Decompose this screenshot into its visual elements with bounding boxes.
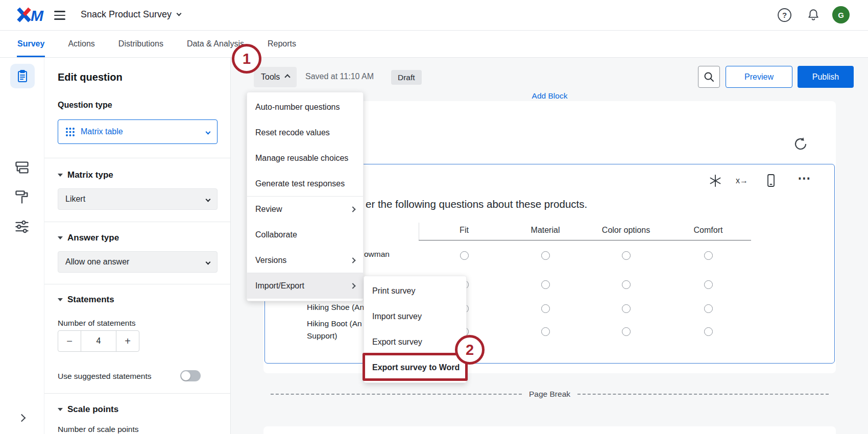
question-timing-icon[interactable] [793, 136, 808, 152]
radio-option[interactable] [704, 304, 713, 313]
tools-button[interactable]: Tools [254, 67, 297, 87]
question-text[interactable]: er the following questions about these p… [366, 198, 587, 210]
menu-item-reset-recode[interactable]: Reset recode values [247, 120, 363, 146]
answer-type-section-header[interactable]: Answer type [58, 233, 119, 243]
qualtrics-survey-builder: M Snack Product Survey ? G Survey Action… [0, 0, 868, 434]
annotation-step-2: 2 [455, 335, 485, 365]
annotation-step-1: 1 [232, 44, 261, 74]
radio-option[interactable] [704, 251, 713, 260]
collapse-triangle-icon [58, 174, 63, 177]
matrix-row-label[interactable]: Hiking Boot (An [307, 319, 362, 328]
increment-button[interactable]: + [116, 331, 139, 351]
survey-title: Snack Product Survey [81, 9, 172, 20]
matrix-column-header: Comfort [694, 226, 723, 235]
tab-distributions[interactable]: Distributions [118, 31, 164, 57]
edit-question-panel: Edit question Question type Matrix table… [44, 58, 231, 434]
menu-item-label: Import/Export [255, 281, 304, 291]
carry-forward-icon[interactable]: x→ [736, 176, 748, 185]
publish-button[interactable]: Publish [798, 66, 854, 88]
matrix-type-section-header[interactable]: Matrix type [58, 170, 113, 180]
menu-item-label: Review [255, 205, 282, 214]
suggested-statements-toggle[interactable] [180, 370, 201, 381]
menu-item-import-survey[interactable]: Import survey [364, 304, 466, 329]
hamburger-menu-icon[interactable] [54, 11, 65, 20]
more-options-icon[interactable]: ⋯ [798, 171, 811, 186]
radio-option[interactable] [541, 251, 550, 260]
collapse-triangle-icon [58, 298, 63, 301]
survey-options-icon[interactable] [14, 219, 30, 234]
avatar[interactable]: G [832, 6, 850, 23]
matrix-row-label[interactable]: Support) [307, 331, 337, 341]
panel-title: Edit question [58, 71, 123, 83]
table-column-divider [419, 223, 419, 240]
survey-flow-icon[interactable] [14, 160, 30, 175]
menu-item-label: Versions [255, 256, 286, 265]
chevron-up-icon [285, 74, 291, 80]
top-bar: M Snack Product Survey ? G [0, 0, 868, 31]
statements-label: Statements [67, 295, 114, 305]
matrix-row-label[interactable]: Hiking Shoe (An [307, 303, 364, 312]
answer-type-select[interactable]: Allow one answer [58, 251, 218, 273]
annotation-highlight-box [363, 353, 468, 381]
matrix-table-icon [65, 127, 75, 137]
menu-item-review[interactable]: Review [247, 197, 363, 222]
decrement-button[interactable]: − [58, 331, 81, 351]
search-icon [704, 71, 715, 83]
matrix-row-label[interactable]: owman [364, 250, 390, 259]
radio-option[interactable] [622, 251, 631, 260]
radio-option[interactable] [541, 280, 550, 289]
matrix-type-value: Likert [65, 195, 85, 204]
scale-points-section-header[interactable]: Scale points [58, 404, 118, 415]
matrix-type-select[interactable]: Likert [58, 188, 218, 210]
builder-tab-active[interactable] [10, 64, 35, 88]
matrix-column-header: Fit [460, 226, 469, 235]
menu-item-export-survey[interactable]: Export survey [364, 329, 466, 355]
radio-option[interactable] [460, 251, 469, 260]
draft-badge: Draft [391, 70, 422, 85]
matrix-column-header: Material [531, 226, 560, 235]
matrix-column-header: Color options [602, 226, 650, 235]
menu-item-reusable-choices[interactable]: Manage reusable choices [247, 146, 363, 171]
menu-item-auto-number[interactable]: Auto-number questions [247, 94, 363, 120]
tab-actions[interactable]: Actions [67, 31, 95, 57]
radio-option[interactable] [622, 280, 631, 289]
tools-menu: Auto-number questions Reset recode value… [247, 92, 364, 301]
radio-option[interactable] [541, 304, 550, 313]
radio-option[interactable] [622, 327, 631, 336]
svg-text:M: M [31, 7, 44, 24]
radio-option[interactable] [704, 280, 713, 289]
menu-item-collaborate[interactable]: Collaborate [247, 222, 363, 248]
notifications-bell-icon[interactable] [807, 8, 820, 21]
tab-survey[interactable]: Survey [17, 31, 45, 57]
help-icon[interactable]: ? [778, 8, 791, 22]
search-button[interactable] [698, 66, 720, 88]
mobile-preview-icon[interactable] [767, 174, 775, 187]
radio-option[interactable] [622, 304, 631, 313]
question-type-select[interactable]: Matrix table [58, 119, 218, 144]
radio-option[interactable] [541, 327, 550, 336]
question-type-value: Matrix table [81, 127, 123, 136]
menu-item-versions[interactable]: Versions [247, 248, 363, 273]
submenu-chevron-icon [350, 257, 355, 263]
menu-item-print-survey[interactable]: Print survey [364, 278, 466, 304]
expand-panel-chevron-icon[interactable] [18, 414, 26, 422]
scale-points-label: Scale points [67, 404, 118, 415]
collapse-triangle-icon [58, 236, 63, 239]
question-type-label: Question type [58, 101, 112, 110]
look-and-feel-icon[interactable] [14, 189, 30, 205]
preview-button[interactable]: Preview [726, 66, 792, 88]
builder-rail [0, 58, 44, 434]
statements-count-value: 4 [81, 331, 116, 351]
survey-title-dropdown[interactable]: Snack Product Survey [81, 9, 181, 20]
radio-option[interactable] [704, 327, 713, 336]
star-icon[interactable] [709, 174, 722, 187]
answer-type-value: Allow one answer [65, 257, 129, 267]
menu-item-import-export[interactable]: Import/Export [247, 273, 363, 299]
menu-item-test-responses[interactable]: Generate test responses [247, 171, 363, 197]
tab-reports[interactable]: Reports [267, 31, 297, 57]
answer-type-label: Answer type [67, 233, 119, 243]
matrix-type-label: Matrix type [67, 170, 113, 180]
statements-section-header[interactable]: Statements [58, 295, 114, 305]
submenu-chevron-icon [350, 206, 355, 212]
chevron-down-icon [206, 259, 211, 264]
